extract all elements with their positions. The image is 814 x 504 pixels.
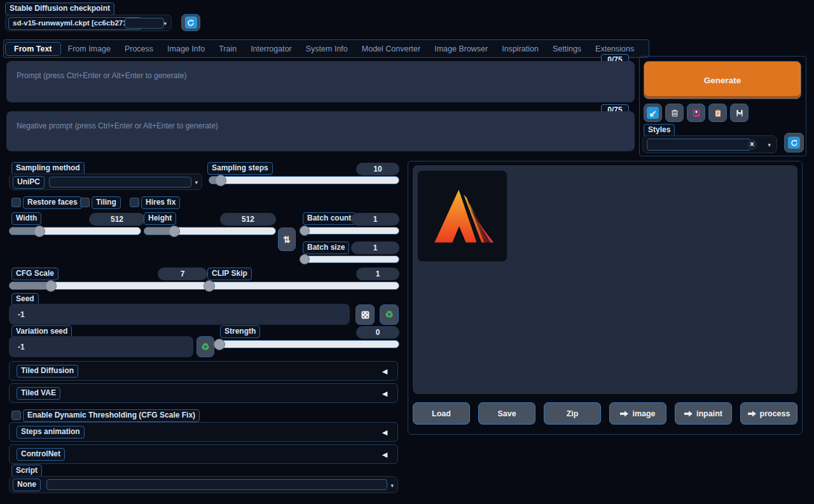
tab-from-image[interactable]: From Image xyxy=(61,44,118,53)
tab-interrogator[interactable]: Interrogator xyxy=(244,44,299,53)
tiled-vae-label: Tiled VAE xyxy=(17,387,60,400)
sampling-steps-slider[interactable] xyxy=(209,176,399,184)
tab-extensions[interactable]: Extensions xyxy=(588,44,641,53)
batch-count-label: Batch count xyxy=(303,212,355,225)
cfg-scale-slider[interactable] xyxy=(9,282,207,290)
tab-system-info[interactable]: System Info xyxy=(299,44,355,53)
negative-prompt-input[interactable] xyxy=(6,111,635,151)
slider-handle[interactable] xyxy=(169,226,180,237)
strength-value[interactable]: 0 xyxy=(356,326,399,339)
accordion-tiled-vae[interactable]: Tiled VAE ◀ xyxy=(9,383,398,403)
seed-input[interactable] xyxy=(9,304,350,325)
tab-model-converter[interactable]: Model Converter xyxy=(355,44,427,53)
send-to-inpaint-button[interactable]: inpaint xyxy=(675,402,732,425)
send-to-process-button[interactable]: process xyxy=(740,402,797,425)
clip-skip-value[interactable]: 1 xyxy=(356,268,399,280)
accordion-controlnet[interactable]: ControlNet ◀ xyxy=(9,444,398,464)
tab-image-info[interactable]: Image Info xyxy=(160,44,212,53)
collapse-arrow-icon[interactable]: ◀ xyxy=(378,449,392,460)
width-value[interactable]: 512 xyxy=(89,213,145,226)
sampling-steps-value[interactable]: 10 xyxy=(356,163,399,175)
checkpoint-value[interactable]: sd-v15-runwayml.ckpt [cc6cb27103] xyxy=(8,17,142,30)
sampling-method-input[interactable] xyxy=(49,177,191,187)
slider-handle[interactable] xyxy=(300,226,310,236)
zip-button[interactable]: Zip xyxy=(544,402,601,425)
slider-handle[interactable] xyxy=(214,339,225,350)
batch-count-slider[interactable] xyxy=(304,227,399,235)
random-seed-button[interactable] xyxy=(355,304,375,325)
styles-input[interactable] xyxy=(647,139,751,151)
styles-dropdown[interactable]: × ▾ xyxy=(642,135,777,153)
send-to-process-label: process xyxy=(760,409,790,418)
variation-seed-input[interactable] xyxy=(9,336,193,357)
slider-handle[interactable] xyxy=(45,280,57,292)
height-slider[interactable] xyxy=(144,227,276,235)
chevron-down-icon[interactable]: ▾ xyxy=(195,180,198,186)
accordion-steps-animation[interactable]: Steps animation ◀ xyxy=(9,422,398,442)
checkpoint-search-input[interactable] xyxy=(125,18,164,29)
swap-dimensions-button[interactable]: ⇅ xyxy=(278,228,296,251)
send-to-image-button[interactable]: image xyxy=(609,402,666,425)
sampling-method-value[interactable]: UniPC xyxy=(13,176,45,189)
paste-parameters-button[interactable]: ↙ xyxy=(644,104,662,122)
batch-size-slider[interactable] xyxy=(304,255,399,263)
tab-inspiration[interactable]: Inspiration xyxy=(495,44,546,53)
batch-size-value[interactable]: 1 xyxy=(351,242,399,254)
floppy-icon xyxy=(735,108,745,118)
clip-skip-slider[interactable] xyxy=(209,282,399,290)
tab-train[interactable]: Train xyxy=(212,44,244,53)
slider-handle[interactable] xyxy=(300,254,310,264)
gallery-thumbnail[interactable] xyxy=(417,170,507,262)
tab-settings[interactable]: Settings xyxy=(546,44,588,53)
clear-prompt-button[interactable] xyxy=(665,104,684,122)
apply-styles-button[interactable] xyxy=(708,104,727,122)
save-style-button[interactable] xyxy=(730,104,748,122)
height-value[interactable]: 512 xyxy=(220,213,276,226)
tab-from-text[interactable]: From Text xyxy=(5,42,61,56)
script-value[interactable]: None xyxy=(13,479,41,491)
tab-process[interactable]: Process xyxy=(118,44,160,53)
tiling-checkbox[interactable] xyxy=(80,198,90,207)
swap-arrows-icon: ⇅ xyxy=(283,235,291,245)
generate-button[interactable]: Generate xyxy=(644,61,801,99)
reuse-seed-button[interactable]: ♻ xyxy=(380,304,399,325)
styles-label: Styles xyxy=(644,124,675,137)
extra-networks-button[interactable] xyxy=(687,104,705,122)
close-icon: × xyxy=(750,140,754,149)
width-label: Width xyxy=(11,212,41,225)
dynamic-thresholding-checkbox[interactable] xyxy=(11,411,21,420)
cfg-scale-label: CFG Scale xyxy=(11,268,59,280)
load-button[interactable]: Load xyxy=(413,402,470,425)
hires-fix-checkbox[interactable] xyxy=(130,198,139,207)
batch-size-label: Batch size xyxy=(303,242,349,254)
styles-refresh-button[interactable] xyxy=(784,133,804,153)
chevron-down-icon[interactable]: ▾ xyxy=(163,21,167,27)
checkpoint-refresh-button[interactable] xyxy=(181,14,200,31)
sampling-method-label: Sampling method xyxy=(11,162,85,175)
chevron-down-icon[interactable]: ▾ xyxy=(390,483,394,489)
collapse-arrow-icon[interactable]: ◀ xyxy=(378,388,392,398)
slider-handle[interactable] xyxy=(215,175,226,186)
checkpoint-dropdown[interactable]: sd-v15-runwayml.ckpt [cc6cb27103] ▾ xyxy=(5,15,172,31)
sampling-method-dropdown[interactable]: UniPC ▾ xyxy=(9,174,202,190)
tab-image-browser[interactable]: Image Browser xyxy=(427,44,495,53)
styles-clear-button[interactable]: × xyxy=(747,139,757,150)
accordion-tiled-diffusion[interactable]: Tiled Diffusion ◀ xyxy=(9,361,398,381)
width-slider[interactable] xyxy=(9,227,141,235)
strength-slider[interactable] xyxy=(219,340,399,348)
prompt-input[interactable] xyxy=(6,61,635,102)
script-dropdown[interactable]: None ▾ xyxy=(9,476,398,493)
save-button[interactable]: Save xyxy=(478,402,535,425)
slider-handle[interactable] xyxy=(34,226,45,237)
slider-handle[interactable] xyxy=(204,280,215,292)
script-input[interactable] xyxy=(46,479,387,490)
collapse-arrow-icon[interactable]: ◀ xyxy=(378,366,392,376)
sampling-steps-label: Sampling steps xyxy=(207,162,273,175)
restore-faces-checkbox[interactable] xyxy=(11,198,21,207)
strength-label: Strength xyxy=(220,325,260,338)
reuse-variation-seed-button[interactable]: ♻ xyxy=(197,336,214,357)
cfg-scale-value[interactable]: 7 xyxy=(158,268,207,280)
chevron-down-icon[interactable]: ▾ xyxy=(768,142,771,148)
batch-count-value[interactable]: 1 xyxy=(351,213,399,226)
collapse-arrow-icon[interactable]: ◀ xyxy=(378,427,392,437)
